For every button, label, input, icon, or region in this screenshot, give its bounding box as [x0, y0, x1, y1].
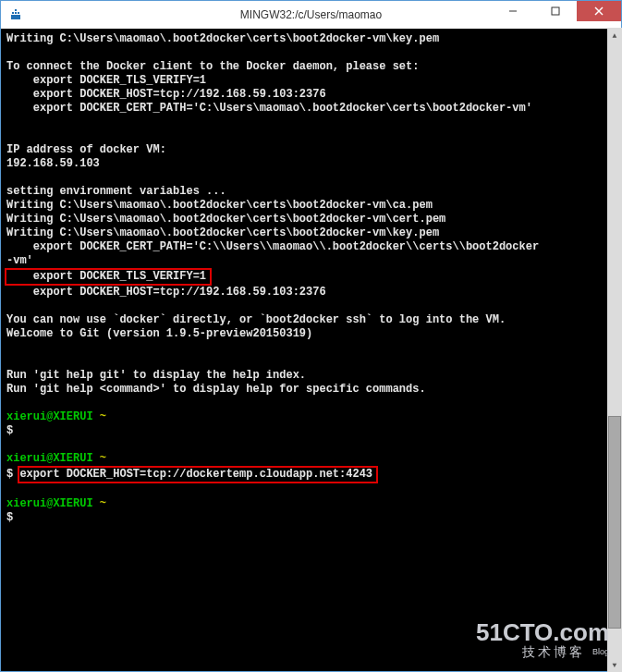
close-button[interactable] [577, 1, 621, 21]
minimize-button[interactable] [492, 1, 534, 21]
app-icon [8, 6, 27, 24]
scroll-down-arrow[interactable]: ▼ [607, 657, 622, 672]
svg-rect-3 [15, 9, 17, 11]
maximize-button[interactable] [534, 1, 577, 21]
watermark-badge: Blog [592, 647, 609, 656]
scroll-up-arrow[interactable]: ▲ [607, 28, 622, 43]
svg-rect-0 [11, 15, 20, 19]
svg-rect-6 [552, 7, 559, 15]
app-window: MINGW32:/c/Users/maomao Writing C:\Users… [0, 0, 622, 672]
svg-rect-1 [12, 12, 14, 14]
svg-rect-2 [15, 12, 17, 14]
scroll-thumb[interactable] [608, 416, 621, 629]
svg-rect-4 [18, 12, 19, 14]
scrollbar[interactable]: ▲ ▼ [607, 28, 622, 672]
terminal-output[interactable]: Writing C:\Users\maomao\.boot2docker\cer… [1, 29, 621, 671]
titlebar[interactable]: MINGW32:/c/Users/maomao [1, 1, 621, 29]
watermark-domain: 51CTO.com [476, 620, 609, 644]
watermark: 51CTO.com 技术博客 Blog [476, 620, 609, 659]
window-controls [492, 1, 621, 29]
watermark-text: 技术博客 [522, 644, 585, 659]
